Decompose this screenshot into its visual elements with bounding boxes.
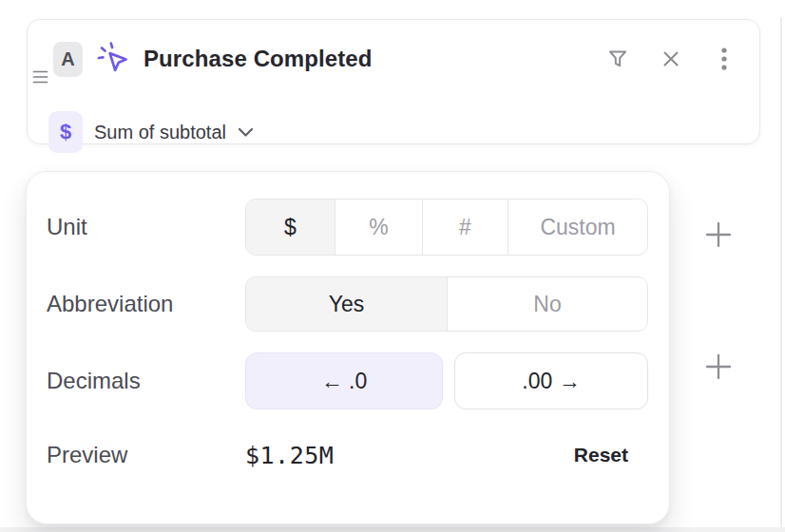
adjacent-panel-edge bbox=[780, 17, 782, 532]
metric-label: Sum of subtotal bbox=[94, 122, 226, 143]
more-options-button[interactable] bbox=[710, 45, 738, 73]
panel-bottom-divider bbox=[0, 527, 785, 532]
event-actions bbox=[603, 45, 738, 73]
decimals-label: Decimals bbox=[47, 352, 141, 409]
event-click-icon bbox=[94, 39, 132, 77]
abbreviation-label: Abbreviation bbox=[47, 276, 173, 332]
decimals-increase-button[interactable]: .00 → bbox=[454, 352, 648, 409]
metric-unit-chip[interactable]: $ bbox=[48, 111, 83, 153]
plus-icon bbox=[704, 220, 733, 249]
format-popover: Unit $ % # Custom Abbreviation Yes No De… bbox=[26, 171, 670, 524]
chevron-down-icon bbox=[238, 127, 254, 138]
unit-option-number[interactable]: # bbox=[422, 200, 507, 255]
metrics-builder-panel: A Purchase Completed $ bbox=[0, 0, 785, 532]
unit-option-dollar[interactable]: $ bbox=[246, 200, 335, 255]
unit-option-percent[interactable]: % bbox=[335, 200, 422, 255]
reset-button[interactable]: Reset bbox=[574, 427, 628, 484]
decimals-decrease-button[interactable]: ← .0 bbox=[245, 352, 443, 409]
filter-button[interactable] bbox=[603, 45, 632, 73]
abbreviation-option-no[interactable]: No bbox=[447, 277, 647, 331]
unit-option-custom[interactable]: Custom bbox=[507, 200, 647, 255]
metric-row: $ Sum of subtotal bbox=[48, 111, 254, 153]
preview-value: $1.25M bbox=[245, 427, 334, 484]
abbreviation-option-yes[interactable]: Yes bbox=[246, 277, 447, 331]
preview-label: Preview bbox=[47, 427, 127, 484]
unit-label: Unit bbox=[47, 199, 87, 256]
dollar-chip-icon: $ bbox=[60, 120, 71, 144]
event-title[interactable]: Purchase Completed bbox=[144, 20, 373, 98]
metric-selector[interactable]: Sum of subtotal bbox=[94, 122, 254, 143]
add-event-button[interactable] bbox=[702, 351, 735, 383]
drag-handle-icon[interactable] bbox=[30, 62, 49, 92]
abbreviation-segmented-control: Yes No bbox=[245, 276, 648, 332]
filter-icon bbox=[605, 47, 630, 71]
close-icon bbox=[660, 48, 682, 70]
event-card: A Purchase Completed $ bbox=[27, 19, 760, 144]
event-position-badge: A bbox=[53, 42, 83, 77]
add-metric-button[interactable] bbox=[702, 218, 735, 251]
kebab-menu-icon bbox=[713, 46, 736, 72]
plus-icon bbox=[704, 352, 733, 381]
unit-segmented-control: $ % # Custom bbox=[245, 199, 648, 256]
remove-event-button[interactable] bbox=[657, 45, 685, 73]
